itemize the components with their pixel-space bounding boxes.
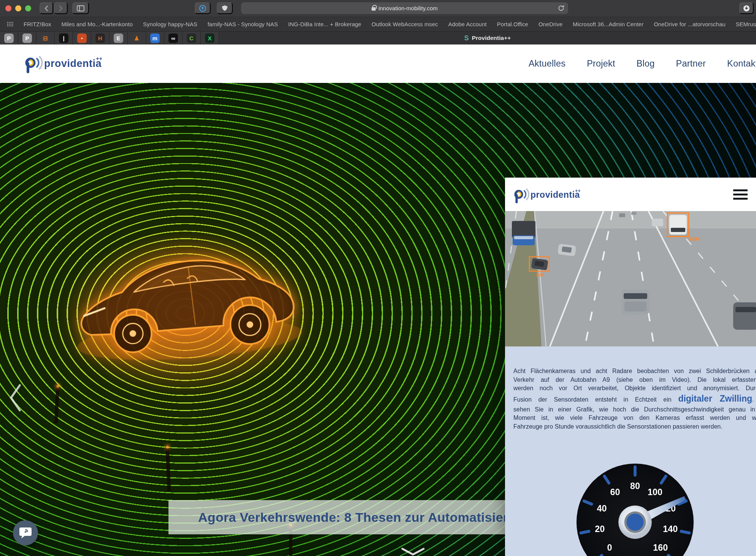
bookmark-item[interactable]: Microsoft 36...Admin Center (573, 21, 643, 27)
pinned-tab-m-blue-icon: m (150, 33, 160, 43)
bookmark-item[interactable]: SEMrus (736, 21, 756, 27)
svg-text:80: 80 (630, 481, 640, 491)
speedometer-gauge: 020406080100120140160 (576, 463, 694, 556)
providentia-logo-icon: providentia ++ (24, 54, 102, 73)
pinned-tab-m-blue[interactable]: m (146, 32, 164, 45)
providentia-logo[interactable]: providentia ++ (24, 54, 102, 75)
tab-bar: PP⊟|•HE♟m∞CX S Providentia++ (0, 31, 756, 44)
pinned-tab-x-green-icon: X (205, 33, 214, 43)
paragraph-line: werden noch vor Ort verarbeitet, Objekte… (513, 384, 756, 393)
nav-item-aktuelles[interactable]: Aktuelles (529, 59, 565, 69)
paragraph-line: Moment ist, wie viele Fahrzeuge von den … (513, 414, 756, 423)
forward-button[interactable] (54, 2, 68, 14)
mobile-menu-button[interactable] (733, 189, 748, 200)
site-header: providentia ++ Aktuelles Projekt Blog Pa… (0, 44, 756, 83)
onepassword-icon (199, 5, 206, 12)
window-close-button[interactable] (5, 5, 11, 11)
digitaler-zwilling-link[interactable]: digitaler Zwilling (678, 394, 752, 403)
paragraph-line: Fusion der Sensordaten entsteht in Echtz… (513, 393, 756, 405)
svg-text:140: 140 (663, 524, 678, 534)
carousel-prev-button[interactable] (8, 383, 23, 413)
chevron-right-icon (58, 5, 64, 12)
window-minimize-button[interactable] (15, 5, 21, 11)
pinned-tab-person-icon: ♟ (132, 33, 141, 43)
nav-item-kontakt[interactable]: Kontakt (727, 59, 756, 69)
svg-text:100: 100 (648, 487, 662, 497)
pinned-tab-e-gray-icon: E (114, 33, 123, 43)
safari-window: innovation-mobility.com FRITZ!BoxMiles a… (0, 0, 756, 556)
chat-widget-button[interactable] (13, 520, 38, 545)
gauge-hub (618, 505, 652, 539)
paragraph-line: Fahrzeuge pro Stunde voraussichtlich die… (513, 423, 756, 431)
pinned-tab-h-brown[interactable]: H (91, 32, 110, 45)
reload-icon (558, 5, 564, 11)
pinned-tab-c-green[interactable]: C (183, 32, 201, 45)
pinned-tab-orange-square-icon: • (77, 33, 87, 43)
bookmark-item[interactable]: OneDrive (538, 21, 562, 27)
pinned-tab-i-black[interactable]: | (55, 32, 73, 45)
pinned-tab-c-green-icon: C (187, 33, 196, 43)
pinned-tab-e-gray[interactable]: E (110, 32, 128, 45)
pinned-tab-p-gray-1-icon: P (4, 33, 14, 43)
svg-text:++: ++ (96, 55, 102, 62)
tab-favicon-s: S (464, 34, 469, 42)
svg-text:providentia: providentia (530, 190, 580, 200)
mobile-preview-card: providentia ++ (505, 178, 756, 556)
bookmark-item[interactable]: Miles and Mo...-Kartenkonto (62, 21, 133, 27)
pinned-tab-orange-square[interactable]: • (73, 32, 91, 45)
main-nav: Aktuelles Projekt Blog Partner Kontakt (529, 44, 756, 83)
pinned-tab-h-brown-icon: H (95, 33, 105, 43)
pinned-tab-printer[interactable]: ⊟ (37, 32, 55, 45)
sidebar-toggle-button[interactable] (72, 2, 89, 14)
svg-text:0: 0 (607, 543, 612, 553)
pinned-tab-infinity[interactable]: ∞ (164, 32, 183, 45)
window-zoom-button[interactable] (25, 5, 31, 11)
tab-title: Providentia++ (472, 35, 511, 41)
nav-item-projekt[interactable]: Projekt (587, 59, 615, 69)
highway-video[interactable]: 324 4297 (505, 211, 756, 346)
pinned-tab-person[interactable]: ♟ (128, 32, 146, 45)
shield-extension-button[interactable] (217, 2, 233, 14)
pinned-tab-p-gray-2[interactable]: P (18, 32, 37, 45)
pinned-tab-i-black-icon: | (59, 33, 68, 43)
chevron-left-large-icon (8, 383, 23, 412)
downloads-button[interactable] (739, 2, 754, 14)
hamburger-icon (733, 189, 748, 191)
back-button[interactable] (40, 2, 53, 14)
pinned-tab-infinity-icon: ∞ (168, 33, 178, 43)
chevron-down-icon (401, 548, 425, 556)
bookmark-item[interactable]: Adobe Account (448, 21, 487, 27)
highway-scene: 324 4297 (505, 211, 756, 346)
grid-icon (7, 22, 13, 27)
paragraph-line: Acht Flächenkameras und acht Radare beob… (513, 367, 756, 376)
reload-button[interactable] (558, 5, 564, 13)
scroll-down-chevron[interactable] (401, 548, 425, 556)
bookmark-item[interactable]: ING-DiBa Inte... + Brokerage (288, 21, 361, 27)
nav-item-blog[interactable]: Blog (637, 59, 655, 69)
chevron-left-icon (44, 5, 49, 12)
browser-toolbar: innovation-mobility.com (0, 0, 756, 17)
pinned-tab-p-gray-1[interactable]: P (0, 32, 18, 45)
active-tab-providentia[interactable]: S Providentia++ (219, 32, 756, 44)
nav-item-partner[interactable]: Partner (676, 59, 706, 69)
sidebar-icon (77, 5, 84, 11)
bookmark-item[interactable]: OneDrive for ...atorvorschau (654, 21, 725, 27)
bookmark-item[interactable]: FRITZ!Box (24, 21, 51, 27)
svg-text:20: 20 (595, 524, 605, 534)
address-url: innovation-mobility.com (378, 5, 438, 11)
pinned-tab-x-green[interactable]: X (201, 32, 219, 45)
chat-fingerprint-icon (19, 526, 32, 539)
paragraph-line: sehen Sie in einer Grafik, wie hoch die … (513, 405, 756, 414)
providentia-logo-small[interactable]: providentia ++ (513, 187, 580, 205)
bookmark-item[interactable]: Portal.Office (497, 21, 528, 27)
bookmarks-grid-button[interactable] (7, 22, 13, 27)
paragraph-line: Verkehr auf der Autobahn A9 (siehe oben … (513, 376, 756, 384)
bookmark-item[interactable]: Outlook WebAccess msec (372, 21, 438, 27)
onepassword-extension-button[interactable] (195, 2, 211, 14)
mobile-card-header: providentia ++ (505, 178, 756, 211)
bookmark-item[interactable]: Synology happy-NAS (143, 21, 197, 27)
svg-text:160: 160 (653, 543, 668, 553)
bookmark-item[interactable]: family-NAS - Synology NAS (208, 21, 278, 27)
address-bar[interactable]: innovation-mobility.com (241, 2, 568, 14)
providentia-logo-icon: providentia ++ (513, 187, 580, 203)
